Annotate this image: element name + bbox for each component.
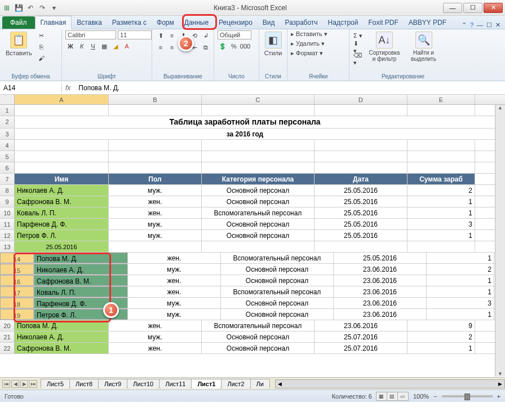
cell[interactable]	[15, 162, 109, 173]
cell[interactable]: 1	[407, 343, 475, 353]
cell[interactable]: Имя	[15, 174, 109, 184]
cell[interactable]: 25.05.2016	[334, 253, 427, 263]
window-options-icon[interactable]: —	[477, 21, 483, 29]
cell[interactable]	[15, 105, 109, 116]
cell[interactable]: Коваль Л. П.	[15, 207, 109, 218]
tab-formulas[interactable]: Форм	[152, 16, 179, 29]
sort-filter-button[interactable]: A↓ Сортировка и фильтр	[365, 30, 404, 63]
close-doc-icon[interactable]: ✕	[495, 21, 500, 29]
cell[interactable]: Николаев А. Д.	[15, 331, 109, 342]
hscroll-right-icon[interactable]: ▶	[495, 381, 504, 387]
cell[interactable]: Основной персонал	[221, 309, 334, 320]
italic-icon[interactable]: К	[77, 41, 87, 51]
cell[interactable]: Основной персонал	[202, 331, 314, 342]
scroll-up-icon[interactable]: ▲	[498, 105, 503, 110]
rowhdr-4[interactable]: 4	[0, 140, 15, 151]
cell[interactable]: 2	[407, 331, 475, 342]
qat-dropdown-icon[interactable]: ▾	[50, 3, 59, 12]
tab-abbyy[interactable]: ABBYY PDF	[404, 16, 451, 29]
align-center-icon[interactable]: ≡	[167, 42, 177, 52]
cell[interactable]: 2	[407, 185, 475, 196]
cell[interactable]: Основной персонал	[202, 230, 314, 241]
number-format-select[interactable]: Общий	[218, 30, 251, 39]
cell[interactable]: Вспомогательный персонал	[221, 253, 334, 263]
tab-addins[interactable]: Надстрой	[323, 16, 364, 29]
rowhdr-1[interactable]: 1	[0, 105, 15, 116]
cells-delete-button[interactable]: ▸ Удалить ▾	[291, 40, 345, 47]
rowhdr-3[interactable]: 3	[0, 129, 15, 139]
cell[interactable]	[314, 151, 407, 162]
cut-icon[interactable]: ✂	[37, 30, 47, 41]
border-icon[interactable]: ▦	[99, 41, 109, 51]
cell[interactable]	[202, 151, 314, 162]
cell[interactable]: Сафронова В. М.	[34, 275, 128, 286]
cell[interactable]: 25.05.2016	[314, 219, 407, 229]
underline-icon[interactable]: Ч	[88, 41, 98, 51]
cell[interactable]: 25.07.2016	[314, 343, 407, 353]
maximize-button[interactable]: ☐	[463, 3, 482, 13]
cell[interactable]	[202, 140, 314, 151]
cell[interactable]	[314, 162, 407, 173]
cell[interactable]: жен.	[109, 343, 202, 353]
cell[interactable]: Категория персонала	[202, 174, 314, 184]
cell[interactable]: Попова М. Д.	[15, 320, 109, 331]
clear-icon[interactable]: ⌫ ▾	[353, 54, 363, 64]
redo-icon[interactable]: ↷	[38, 3, 47, 12]
rowhdr-22[interactable]: 22	[0, 343, 15, 353]
colhdr-a[interactable]: A	[15, 95, 109, 104]
cell[interactable]: Попова М. Д.	[34, 253, 128, 263]
cell[interactable]: 25.05.2016	[314, 207, 407, 218]
styles-button[interactable]: ◧ Стили	[263, 30, 283, 58]
help-icon[interactable]: ?	[470, 21, 473, 29]
cell[interactable]: Пол	[109, 174, 202, 184]
cell[interactable]	[109, 140, 202, 151]
fill-icon[interactable]: ⬇ ▾	[353, 42, 363, 52]
cell[interactable]: жен.	[109, 196, 202, 207]
cell[interactable]: 23.06.2016	[334, 286, 427, 297]
align-mid-icon[interactable]: ≡	[167, 30, 177, 41]
cell[interactable]: 3	[427, 298, 494, 308]
autosum-icon[interactable]: Σ ▾	[353, 30, 363, 41]
rowhdr-8[interactable]: 8	[0, 185, 15, 196]
view-break-icon[interactable]: ▭	[397, 392, 409, 401]
cell[interactable]: 9	[407, 320, 475, 331]
tab-foxit[interactable]: Foxit PDF	[364, 16, 404, 29]
grid[interactable]: A B C D E 12Таблица заработной платы пер…	[0, 95, 505, 377]
cell[interactable]: 23.06.2016	[334, 275, 427, 286]
minimize-button[interactable]: —	[443, 3, 462, 13]
horizontal-scrollbar[interactable]: ◀ ▶	[275, 379, 505, 388]
bold-icon[interactable]: Ж	[65, 41, 76, 51]
cell[interactable]: муж.	[128, 264, 221, 275]
cell[interactable]: Сафронова В. М.	[15, 343, 109, 353]
rowhdr-7[interactable]: 7	[0, 174, 15, 184]
cell[interactable]: муж.	[109, 219, 202, 229]
cell[interactable]: Основной персонал	[202, 219, 314, 229]
rowhdr-11[interactable]: 11	[0, 219, 15, 229]
cell[interactable]: Основной персонал	[221, 275, 334, 286]
rowhdr-6[interactable]: 6	[0, 162, 15, 173]
cell[interactable]: Основной персонал	[202, 196, 314, 207]
cell[interactable]	[314, 140, 407, 151]
cell[interactable]	[202, 162, 314, 173]
cell[interactable]: 3	[407, 219, 475, 229]
sheet-nav-first-icon[interactable]: ⏮	[2, 380, 10, 388]
rowhdr-12[interactable]: 12	[0, 230, 15, 241]
font-size-select[interactable]: 11	[118, 30, 152, 39]
undo-icon[interactable]: ↶	[26, 3, 35, 12]
tab-view[interactable]: Вид	[258, 16, 280, 29]
cell[interactable]: муж.	[109, 185, 202, 196]
cell[interactable]: жен.	[109, 207, 202, 218]
cell[interactable]: Основной персонал	[221, 264, 334, 275]
paste-button[interactable]: 📋 Вставить	[3, 30, 34, 58]
cell[interactable]: Основной персонал	[202, 185, 314, 196]
cell[interactable]: 25.05.2016	[314, 230, 407, 241]
rowhdr-5[interactable]: 5	[0, 151, 15, 162]
cell[interactable]: 1	[427, 253, 494, 263]
cells-insert-button[interactable]: ▸ Вставить ▾	[291, 30, 345, 38]
rowhdr-13[interactable]: 13	[0, 241, 15, 252]
view-layout-icon[interactable]: ▤	[387, 392, 398, 401]
cell[interactable]	[15, 151, 109, 162]
cell[interactable]: 25.05.2016	[314, 185, 407, 196]
restore-icon[interactable]: ☐	[486, 21, 492, 29]
cell[interactable]: 1	[427, 309, 494, 320]
